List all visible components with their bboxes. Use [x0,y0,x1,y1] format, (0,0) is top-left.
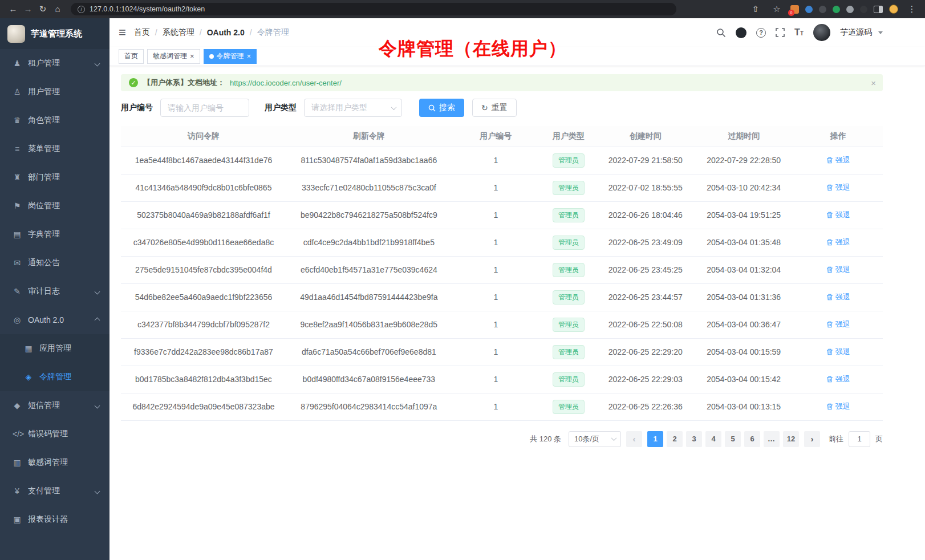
sidebar-item[interactable]: ✉ 通知公告 [0,249,109,277]
force-logout-button[interactable]: 强退 [826,265,850,275]
post-icon: ⚑ [13,201,22,210]
page-list: 123456…12 [647,431,799,447]
page-button[interactable]: … [764,431,780,447]
user-id-cell: 1 [452,311,540,338]
page-button[interactable]: 6 [744,431,760,447]
chevron-down-icon[interactable] [878,31,883,34]
sidebar-item[interactable]: ¥ 支付管理 [0,477,109,505]
force-logout-button[interactable]: 强退 [826,155,850,165]
tab[interactable]: 令牌管理 × [204,49,257,64]
sidebar-panel-icon[interactable] [874,6,883,13]
alert-close-icon[interactable]: × [871,78,876,88]
trash-icon [826,266,833,273]
sidebar-item[interactable]: ▣ 报表设计器 [0,505,109,534]
expire-time-cell: 2054-03-04 01:35:48 [694,229,794,256]
address-bar[interactable]: i 127.0.0.1:1024/system/oauth2/token [71,3,676,15]
sidebar-item[interactable]: ◈ 令牌管理 [0,363,109,391]
extension-green-icon[interactable] [833,6,840,13]
tab[interactable]: 首页 × [119,49,144,64]
breadcrumb-oauth[interactable]: OAuth 2.0 [207,28,245,37]
profile-avatar-icon[interactable] [889,5,898,14]
forward-icon[interactable]: → [21,0,35,18]
action-cell: 强退 [794,147,883,174]
goto-page-input[interactable] [849,431,870,447]
doc-link[interactable]: https://doc.iocoder.cn/user-center/ [230,79,342,87]
table-row: 41c41346a548490f9dc8b01c6bfe0865 333ecfc… [121,174,883,201]
url-text: 127.0.0.1:1024/system/oauth2/token [90,5,205,13]
sidebar-item[interactable]: ▤ 字典管理 [0,220,109,249]
sidebar-item[interactable]: ♟ 租户管理 [0,49,109,78]
page-button[interactable]: 2 [667,431,683,447]
search-icon[interactable] [716,28,726,38]
user-id-input[interactable] [160,99,249,117]
page-button[interactable]: 1 [647,431,663,447]
page-button[interactable]: 3 [686,431,702,447]
extension-blue-icon[interactable] [805,6,813,13]
share-icon[interactable]: ⇧ [748,0,763,18]
page-button[interactable]: 5 [725,431,741,447]
user-avatar[interactable] [813,24,830,41]
sidebar-item[interactable]: ♜ 部门管理 [0,163,109,192]
table-row: c342377bf8b344799dcbf7bf095287f2 9ce8ef2… [121,311,883,338]
force-logout-button[interactable]: 强退 [826,319,850,330]
page-button[interactable]: 4 [705,431,721,447]
force-logout-button[interactable]: 强退 [826,210,850,220]
search-button[interactable]: 搜索 [419,99,464,117]
sidebar-item[interactable]: ♛ 角色管理 [0,106,109,135]
force-logout-button[interactable]: 强退 [826,401,850,412]
home-icon[interactable]: ⌂ [50,0,65,18]
back-icon[interactable]: ← [6,0,21,18]
prev-page-button[interactable]: ‹ [626,431,642,447]
extension-icon[interactable]: 0 [790,5,799,14]
font-size-icon[interactable]: TT [794,27,804,38]
puzzle-icon[interactable] [846,6,854,13]
reset-button[interactable]: ↻ 重置 [472,99,517,117]
force-logout-button[interactable]: 强退 [826,182,850,193]
github-icon[interactable] [736,27,747,38]
refresh-icon: ↻ [481,104,488,112]
close-icon[interactable]: × [247,52,251,60]
fullscreen-icon[interactable] [776,28,785,37]
column-header: 创建时间 [597,126,694,147]
tab[interactable]: 敏感词管理 × [147,49,200,64]
sidebar: 芋道管理系统 ♟ 租户管理 ♙ 用户管理 ♛ 角色管理 [0,18,109,560]
user-type-select[interactable]: 请选择用户类型 [304,99,402,117]
browser-menu-icon[interactable]: ⋮ [904,0,919,18]
breadcrumb-home[interactable]: 首页 [134,27,150,38]
help-icon[interactable]: ? [756,28,766,38]
extension-dark-icon[interactable] [819,6,826,13]
extension-paw-icon[interactable] [860,6,867,13]
page-button[interactable]: 12 [783,431,799,447]
access-token-cell: 275e5de9151045fe87cbdc395e004f4d [121,256,286,283]
bookmark-star-icon[interactable]: ☆ [769,0,784,18]
page-size-select[interactable]: 10条/页 [569,431,621,447]
collapse-sidebar-icon[interactable]: ≡ [119,26,126,39]
username[interactable]: 芋道源码 [840,27,872,38]
refresh-token-cell: be90422b8c7946218275a508bf524fc9 [286,201,452,229]
sidebar-item[interactable]: ◎ OAuth 2.0 [0,306,109,334]
sidebar-item[interactable]: ♙ 用户管理 [0,78,109,106]
next-page-button[interactable]: › [804,431,820,447]
app-logo[interactable]: 芋道管理系统 [0,18,109,49]
site-info-icon[interactable]: i [78,6,85,13]
created-time-cell: 2022-06-25 22:29:03 [597,366,694,393]
sidebar-item[interactable]: ▦ 应用管理 [0,334,109,363]
table-header-row: 访问令牌刷新令牌用户编号用户类型创建时间过期时间操作 [121,126,883,147]
trash-icon [826,239,833,246]
sidebar-item[interactable]: ◆ 短信管理 [0,391,109,420]
breadcrumb-system[interactable]: 系统管理 [163,27,194,38]
sidebar-item[interactable]: ▥ 敏感词管理 [0,448,109,477]
main-area: ≡ 首页 / 系统管理 / OAuth 2.0 / 令牌管理 ? [109,18,925,560]
force-logout-button[interactable]: 强退 [826,347,850,357]
sidebar-item[interactable]: ≡ 菜单管理 [0,135,109,163]
force-logout-button[interactable]: 强退 [826,374,850,384]
sidebar-item[interactable]: ⚑ 岗位管理 [0,192,109,220]
sidebar-item[interactable]: </> 错误码管理 [0,420,109,448]
force-logout-button[interactable]: 强退 [826,237,850,247]
reload-icon[interactable]: ↻ [35,0,50,18]
force-logout-button[interactable]: 强退 [826,292,850,302]
user-id-cell: 1 [452,201,540,229]
sidebar-item[interactable]: ✎ 审计日志 [0,277,109,306]
close-icon[interactable]: × [190,52,194,60]
user-type-badge: 管理员 [553,400,585,414]
